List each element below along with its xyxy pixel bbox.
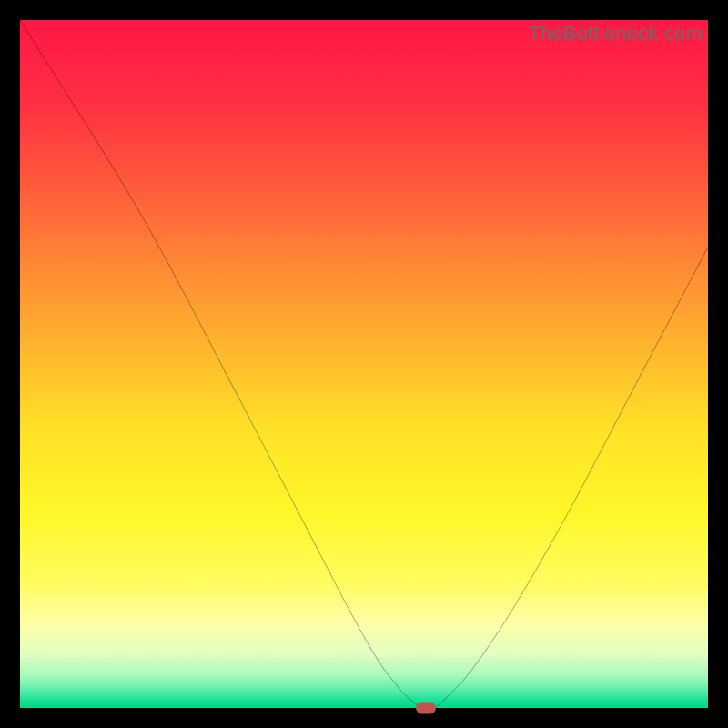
bottleneck-curve [20,20,708,708]
chart-frame: TheBottleneck.com [0,0,728,728]
optimal-marker [416,703,436,714]
watermark-label: TheBottleneck.com [528,22,703,46]
plot-area: TheBottleneck.com [20,20,708,708]
